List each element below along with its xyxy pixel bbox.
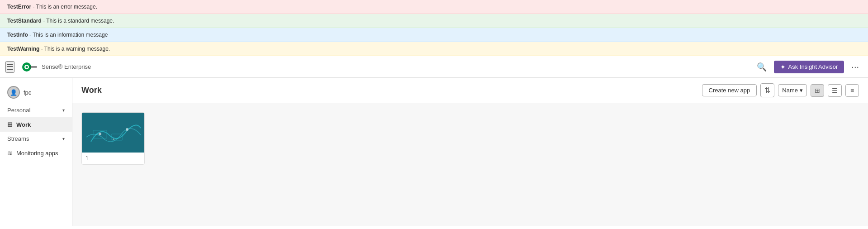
work-label: Work [16,121,31,128]
navbar-title: Sense® Enterprise [42,63,91,70]
svg-point-5 [99,133,101,135]
banner-info: TestInfo - This is an information messag… [0,28,868,42]
sidebar-item-monitoring[interactable]: ≋ Monitoring apps [0,146,72,160]
svg-point-7 [126,128,128,131]
banner-warning-bold: TestWarning [7,46,39,52]
grid-view-button[interactable]: ⊞ [811,84,824,97]
list-view-button[interactable]: ≡ [845,84,859,97]
navbar-actions: 🔍 ✦ Ask Insight Advisor ··· [753,60,863,74]
app-card[interactable]: 1 [81,112,145,165]
insight-advisor-label: Ask Insight Advisor [788,63,838,70]
banner-standard-bold: TestStandard [7,18,42,24]
main-controls: Create new app ⇅ Name ▾ ⊞ ☰ ≡ [702,83,859,97]
menu-button[interactable]: ☰ [5,61,14,73]
sidebar-item-work[interactable]: ⊞ Work [0,117,72,132]
banner-warning: TestWarning - This is a warning message. [0,42,868,56]
app-card-thumbnail [82,113,145,153]
navbar: ☰ Sense® Enterprise 🔍 ✦ Ask Insight Advi… [0,56,868,78]
banner-info-bold: TestInfo [7,32,28,38]
search-button[interactable]: 🔍 [753,60,770,74]
logo [20,61,38,73]
banner-error: TestError - This is an error message. [0,0,868,14]
banner-warning-text: - This is a warning message. [39,46,110,52]
insight-advisor-button[interactable]: ✦ Ask Insight Advisor [774,61,844,73]
svg-rect-4 [86,117,141,148]
main-header: Work Create new app ⇅ Name ▾ ⊞ ☰ ≡ [72,78,868,103]
banner-error-text: - This is an error message. [31,4,97,10]
chevron-down-icon-streams: ▾ [62,136,65,141]
banner-error-bold: TestError [7,4,31,10]
svg-point-2 [26,66,28,68]
sidebar-user: 👤 fpc [0,81,72,103]
chevron-down-icon: ▾ [62,108,65,113]
svg-point-6 [113,138,114,140]
layout: 👤 fpc Personal ▾ ⊞ Work Streams ▾ ≋ Moni… [0,78,868,226]
sidebar-username: fpc [24,89,31,96]
sidebar-section-personal[interactable]: Personal ▾ [0,103,72,117]
page-title: Work [81,86,102,95]
cards-area: 1 [72,103,868,174]
personal-label: Personal [7,107,30,114]
sort-label: Name [782,87,798,94]
banner-info-text: - This is an information message [28,32,108,38]
monitoring-icon: ≋ [7,149,13,157]
sort-select[interactable]: Name ▾ [778,84,807,96]
app-thumbnail-svg [86,117,141,148]
insight-icon: ✦ [780,63,786,71]
qlik-logo-icon [20,61,38,73]
avatar: 👤 [7,86,20,99]
app-card-name: 1 [82,153,144,164]
table-view-button[interactable]: ☰ [828,84,842,97]
sort-chevron-icon: ▾ [800,87,803,94]
streams-label: Streams [7,135,29,142]
sort-button[interactable]: ⇅ [760,83,774,97]
sidebar: 👤 fpc Personal ▾ ⊞ Work Streams ▾ ≋ Moni… [0,78,72,226]
more-options-button[interactable]: ··· [848,60,863,74]
monitoring-label: Monitoring apps [16,150,58,157]
main-content: Work Create new app ⇅ Name ▾ ⊞ ☰ ≡ [72,78,868,226]
banner-standard: TestStandard - This is a standard messag… [0,14,868,28]
sidebar-section-streams[interactable]: Streams ▾ [0,132,72,146]
work-icon: ⊞ [7,121,13,128]
banner-standard-text: - This is a standard message. [42,18,114,24]
create-new-app-button[interactable]: Create new app [702,84,757,96]
